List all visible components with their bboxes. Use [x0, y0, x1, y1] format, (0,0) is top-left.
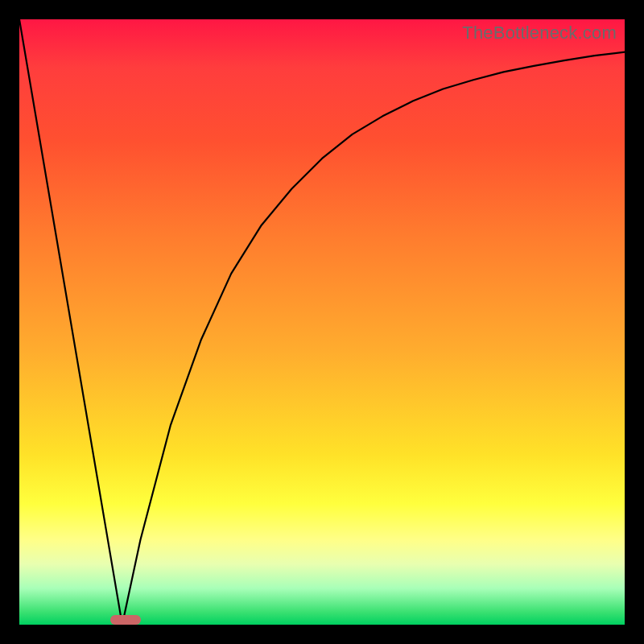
curve-svg	[19, 19, 625, 625]
curve-path	[19, 19, 625, 625]
chart-container: TheBottleneck.com	[0, 0, 644, 644]
plot-area: TheBottleneck.com	[19, 19, 625, 625]
optimum-marker	[110, 615, 141, 625]
